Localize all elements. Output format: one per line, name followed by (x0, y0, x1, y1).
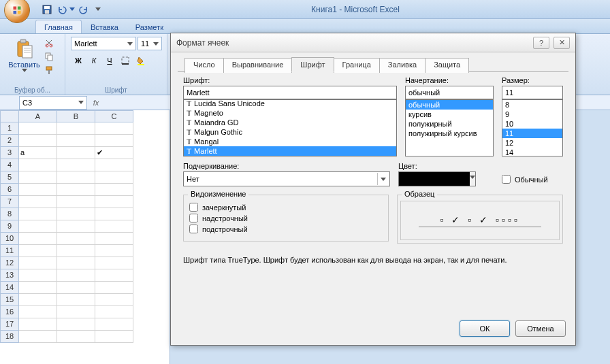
cell[interactable] (57, 122, 95, 135)
save-icon[interactable] (41, 3, 53, 16)
list-item[interactable]: 11 (502, 129, 562, 138)
undo-icon[interactable] (56, 3, 68, 16)
cell[interactable] (95, 122, 133, 135)
cell[interactable] (95, 171, 133, 184)
row-header[interactable]: 16 (0, 306, 19, 318)
help-button[interactable]: ? (533, 37, 549, 49)
list-item[interactable]: 9 (502, 110, 562, 119)
cell[interactable] (95, 318, 133, 331)
list-item[interactable]: 8 (502, 100, 562, 110)
cell[interactable] (19, 269, 57, 282)
row-header[interactable]: 12 (0, 257, 19, 269)
row-header[interactable]: 8 (0, 208, 19, 220)
cell[interactable] (95, 282, 133, 294)
italic-button[interactable]: К (86, 53, 101, 68)
list-item[interactable]: 𝕋Maiandra GD (184, 118, 396, 127)
cell[interactable] (19, 318, 57, 331)
row-header[interactable]: 5 (0, 171, 19, 184)
cell[interactable] (57, 171, 95, 184)
border-button[interactable] (118, 53, 133, 68)
cell[interactable] (57, 306, 95, 318)
cell[interactable] (95, 245, 133, 257)
tab-font[interactable]: Шрифт (291, 57, 334, 72)
cell[interactable] (19, 135, 57, 147)
redo-icon[interactable] (78, 3, 90, 16)
list-item[interactable]: 14 (502, 148, 562, 156)
cell[interactable] (19, 331, 57, 343)
list-item[interactable]: обычный (406, 100, 493, 110)
cell[interactable] (95, 196, 133, 208)
paste-dropdown-icon[interactable] (22, 69, 27, 72)
fill-color-button[interactable] (133, 53, 148, 68)
worksheet[interactable]: A B C 123a✔456789101112131415161718 (0, 110, 170, 364)
cell[interactable] (57, 220, 95, 233)
ribbon-tab-layout[interactable]: Разметк (127, 20, 172, 33)
style-input[interactable] (405, 86, 494, 99)
col-header[interactable]: A (19, 110, 57, 122)
cell[interactable] (57, 331, 95, 343)
cell[interactable] (19, 171, 57, 184)
cell[interactable] (95, 331, 133, 343)
copy-icon[interactable] (42, 50, 56, 63)
cell[interactable] (19, 208, 57, 220)
cell[interactable] (19, 159, 57, 171)
row-header[interactable]: 4 (0, 159, 19, 171)
tab-protection[interactable]: Защита (425, 58, 469, 73)
row-header[interactable]: 11 (0, 245, 19, 257)
superscript-checkbox[interactable]: надстрочный (189, 214, 383, 222)
paste-button[interactable]: Вставить (10, 37, 39, 75)
office-button[interactable] (4, 0, 30, 23)
row-header[interactable]: 15 (0, 294, 19, 306)
cell[interactable] (95, 294, 133, 306)
dialog-titlebar[interactable]: Формат ячеек ? ✕ (171, 33, 575, 52)
list-item[interactable]: полужирный курсив (406, 129, 493, 138)
font-listbox[interactable]: 𝕋Lucida Sans Unicode𝕋Magneto𝕋Maiandra GD… (183, 99, 397, 156)
list-item[interactable]: полужирный (406, 119, 493, 129)
cell[interactable] (19, 257, 57, 269)
cell[interactable] (95, 306, 133, 318)
row-header[interactable]: 9 (0, 220, 19, 233)
cell[interactable] (95, 257, 133, 269)
cell[interactable] (19, 245, 57, 257)
cell[interactable] (95, 269, 133, 282)
cell[interactable] (57, 318, 95, 331)
size-listbox[interactable]: 8910111214 (502, 99, 563, 156)
cell[interactable] (95, 220, 133, 233)
format-painter-icon[interactable] (42, 64, 56, 76)
style-listbox[interactable]: обычныйкурсивполужирныйполужирный курсив (405, 99, 494, 156)
font-name-combo[interactable]: Marlett (71, 37, 136, 50)
row-header[interactable]: 13 (0, 269, 19, 282)
row-header[interactable]: 2 (0, 135, 19, 147)
fx-icon[interactable]: fx (90, 99, 102, 107)
list-item[interactable]: 10 (502, 119, 562, 129)
cell[interactable] (95, 233, 133, 245)
cell[interactable] (95, 135, 133, 147)
ok-button[interactable]: ОК (460, 320, 510, 337)
cell[interactable] (19, 282, 57, 294)
cell[interactable] (95, 184, 133, 196)
normal-font-checkbox[interactable]: Обычный (502, 175, 563, 184)
font-input[interactable] (183, 86, 397, 99)
list-item[interactable]: 12 (502, 138, 562, 148)
row-header[interactable]: 6 (0, 184, 19, 196)
col-header[interactable]: B (57, 110, 95, 122)
tab-border[interactable]: Граница (334, 58, 380, 73)
row-header[interactable]: 3 (0, 147, 19, 159)
cell[interactable] (19, 233, 57, 245)
bold-button[interactable]: Ж (71, 53, 86, 68)
color-combo[interactable] (398, 171, 476, 186)
cancel-button[interactable]: Отмена (515, 320, 566, 337)
row-header[interactable]: 7 (0, 196, 19, 208)
cell[interactable] (57, 147, 95, 159)
ribbon-tab-home[interactable]: Главная (35, 20, 82, 33)
list-item[interactable]: 𝕋Magneto (184, 108, 396, 118)
cell[interactable] (95, 159, 133, 171)
cell[interactable] (19, 306, 57, 318)
cell[interactable] (57, 135, 95, 147)
tab-alignment[interactable]: Выравнивание (223, 58, 293, 73)
row-header[interactable]: 18 (0, 331, 19, 343)
list-item[interactable]: курсив (406, 110, 493, 119)
cell[interactable] (57, 294, 95, 306)
font-size-combo[interactable]: 11 (138, 37, 162, 50)
cell[interactable] (19, 122, 57, 135)
